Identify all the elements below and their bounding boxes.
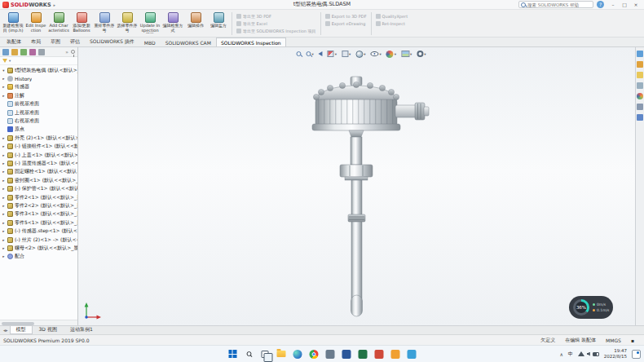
expand-arrow-icon[interactable]: ▸: [2, 144, 6, 148]
expand-arrow-icon[interactable]: ▸: [2, 94, 6, 98]
tree-horizontal-scrollbar[interactable]: [0, 320, 77, 325]
feature-tree-item[interactable]: ▸ (-) 传感器.step<1> (默认<<默认>_: [0, 227, 77, 235]
ribbon-button[interactable]: 重排零件序号: [93, 11, 116, 37]
expand-arrow-icon[interactable]: ▸: [2, 221, 6, 225]
feature-tree-item[interactable]: ▸ 零件2<2> (默认<<默认>_显示状态: [0, 201, 77, 210]
file-explorer-icon[interactable]: [276, 349, 287, 360]
expand-arrow-icon[interactable]: ▸: [2, 254, 6, 258]
feature-tree-item[interactable]: ▸ 零件5<1> (默认<<默认>_显示状态: [0, 219, 77, 227]
menu-expand-arrow-icon[interactable]: ▸: [54, 2, 56, 7]
expand-arrow-icon[interactable]: ▸: [2, 170, 6, 174]
feature-tree-item[interactable]: ▸ (-) 温度传感器<1> (默认<<默认>_显: [0, 159, 77, 167]
search-input[interactable]: [527, 2, 584, 7]
minimize-button[interactable]: –: [607, 0, 619, 9]
configurationmanager-tab-icon[interactable]: [20, 49, 27, 55]
taskbar-app-icon[interactable]: [342, 349, 352, 360]
feature-tree-item[interactable]: ▸ (-) 丝片 (2)<1> -> (默认<<默认>_显: [0, 236, 77, 244]
feature-tree-item[interactable]: ▸ 螺母<2> (默认<<默认>_显示状态: [0, 244, 77, 252]
pin-icon[interactable]: [71, 50, 75, 54]
display-style-icon[interactable]: ▾: [355, 49, 365, 59]
expand-arrow-icon[interactable]: ▸: [2, 161, 6, 166]
expand-arrow-icon[interactable]: ▸: [2, 187, 6, 191]
ribbon-button[interactable]: 添加/更新 Balloons: [70, 11, 93, 37]
section-view-icon[interactable]: ▾: [328, 49, 337, 59]
scrollbar-thumb[interactable]: [2, 322, 34, 325]
edge-browser-icon[interactable]: [293, 349, 303, 360]
expand-arrow-icon[interactable]: ▸: [2, 238, 6, 242]
ribbon-button[interactable]: Update Inspection 项目: [139, 11, 161, 37]
hide-show-items-icon[interactable]: ▾: [371, 49, 382, 59]
feature-tree-item[interactable]: 原点: [0, 126, 77, 134]
command-tab[interactable]: 草图: [46, 36, 65, 46]
export-menu-item[interactable]: Export to 3D PDF: [325, 14, 367, 19]
feature-tree-item[interactable]: 右视基准面: [0, 117, 77, 125]
ribbon-button[interactable]: Add Characteristics: [47, 11, 70, 37]
document-tab[interactable]: 模型: [10, 326, 33, 334]
thermocouple-3d-model[interactable]: [267, 75, 446, 325]
ribbon-button[interactable]: Edit Inspection: [24, 11, 47, 37]
expand-arrow-icon[interactable]: ▸: [2, 229, 6, 233]
task-view-icon[interactable]: [260, 349, 271, 360]
featuremanager-tab-icon[interactable]: [2, 49, 9, 55]
custom-properties-icon[interactable]: [637, 104, 643, 110]
help-icon[interactable]: ?: [597, 1, 604, 8]
export-menu-item[interactable]: 导出至 SOLIDWORKS Inspection 项目: [236, 29, 316, 33]
feature-tree-item[interactable]: 上视基准面: [0, 108, 77, 117]
command-tab[interactable]: SOLIDWORKS Inspection: [216, 38, 286, 46]
export-menu-item[interactable]: 导出至 3D PDF: [236, 14, 316, 19]
view-orientation-icon[interactable]: ▾: [342, 49, 351, 59]
ribbon-button[interactable]: 新建检查项目 (imp.h): [2, 11, 24, 37]
help-search-box[interactable]: [518, 1, 593, 8]
feature-tree-item[interactable]: ▸ 传感器: [0, 83, 77, 91]
graphics-viewport[interactable]: ▾ ▾ ▾ ▾ ▾ ▾ ▾ ▾: [78, 47, 644, 325]
taskbar-app-icon[interactable]: [390, 349, 401, 360]
feature-tree-item[interactable]: 前视基准面: [0, 100, 77, 108]
expand-arrow-icon[interactable]: ▸: [2, 212, 6, 216]
previous-view-icon[interactable]: [319, 49, 323, 59]
taskbar-app-icon[interactable]: [407, 349, 417, 360]
edit-appearance-icon[interactable]: ▾: [386, 49, 396, 59]
ribbon-button[interactable]: 编辑监方: [207, 11, 230, 37]
feature-tree-item[interactable]: ▸ (-) 保护管<1> (默认<<默认>_显示状态: [0, 184, 77, 192]
feature-tree-item[interactable]: ▸ 密封圈<1> (默认<<默认>_显示状态: [0, 176, 77, 184]
taskbar-app-icon[interactable]: [358, 349, 368, 360]
taskbar-app-icon[interactable]: [325, 349, 336, 360]
tab-scroll-arrows[interactable]: ◂▸: [2, 326, 10, 334]
feature-tree-filter[interactable]: ▾: [0, 57, 77, 65]
command-tab[interactable]: MBD: [139, 38, 161, 46]
view-settings-icon[interactable]: ▾: [417, 49, 426, 59]
expand-arrow-icon[interactable]: ▸: [2, 77, 6, 81]
command-tab[interactable]: 布局: [26, 36, 46, 46]
feature-tree-item[interactable]: ▸ 注解: [0, 91, 77, 99]
propertymanager-tab-icon[interactable]: [11, 49, 18, 55]
feature-tree-item[interactable]: ▸ 零件2<1> (默认<<默认>_显示状态: [0, 193, 77, 201]
speed-gauge-overlay[interactable]: 36% 0m/s 0.1m/s: [569, 296, 613, 319]
feature-tree-item[interactable]: ▸ (-) 上盖<1> (默认<<默认>_显示状态-: [0, 151, 77, 159]
notification-center-icon[interactable]: [632, 350, 641, 359]
taskbar-search-icon[interactable]: [244, 349, 254, 360]
export-menu-item[interactable]: Export eDrawing: [325, 21, 367, 26]
expand-arrow-icon[interactable]: ▾: [2, 68, 6, 73]
expand-arrow-icon[interactable]: ▸: [2, 85, 6, 89]
expand-arrow-icon[interactable]: ▸: [2, 246, 6, 250]
zoom-fit-icon[interactable]: [296, 49, 301, 59]
expand-arrow-icon[interactable]: ▸: [2, 179, 6, 183]
displaymanager-tab-icon[interactable]: [38, 49, 45, 55]
status-units[interactable]: MMGS: [606, 338, 621, 343]
export-menu-item[interactable]: Ret-Inspect: [376, 21, 408, 26]
tab-overflow-icon[interactable]: »: [65, 49, 68, 55]
status-custom-marker[interactable]: ▪: [631, 338, 634, 343]
ribbon-button[interactable]: 选择零件序号: [116, 11, 139, 37]
ime-language-indicator[interactable]: 中: [568, 351, 573, 358]
command-tab[interactable]: SOLIDWORKS 插件: [85, 36, 139, 46]
ribbon-button[interactable]: 编辑检查方式: [161, 11, 184, 37]
export-menu-item[interactable]: QualityXpert: [376, 14, 408, 19]
dimxpertmanager-tab-icon[interactable]: [29, 49, 36, 55]
design-library-icon[interactable]: [637, 61, 643, 68]
start-button[interactable]: [227, 349, 238, 360]
feature-tree-item[interactable]: ▸ 固定螺栓<1> (默认<<默认>_显示状: [0, 168, 77, 176]
chrome-browser-icon[interactable]: [309, 349, 320, 360]
taskbar-app-icon[interactable]: [374, 349, 385, 360]
file-explorer-pane-icon[interactable]: [637, 72, 643, 78]
task-pane-home-icon[interactable]: [637, 51, 643, 57]
